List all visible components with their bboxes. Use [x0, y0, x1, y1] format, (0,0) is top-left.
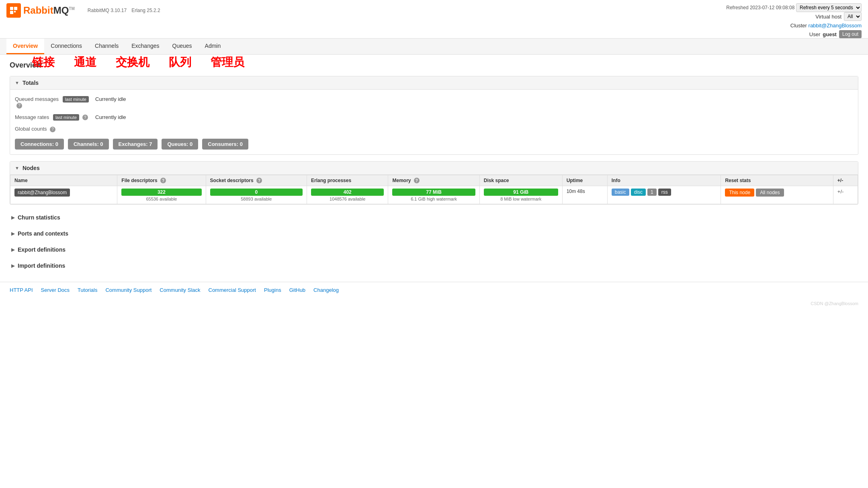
message-rates-help[interactable]: ? [82, 115, 88, 120]
footer-link-community-slack[interactable]: Community Slack [160, 287, 200, 293]
all-nodes-button[interactable]: All nodes [756, 189, 784, 197]
export-header[interactable]: ▶ Export definitions [10, 243, 858, 256]
socket-desc-bar: 0 [210, 189, 303, 196]
logo-mq-text: MQ [53, 5, 69, 16]
socket-desc-sub: 58893 available [210, 197, 303, 201]
logout-button[interactable]: Log out [839, 30, 862, 38]
erlang-proc-bar: 402 [311, 189, 384, 196]
tab-queues[interactable]: Queues [166, 39, 199, 54]
reset-cell: This node All nodes [721, 186, 833, 204]
last-minute-badge[interactable]: last minute [63, 96, 89, 103]
watermark: CSDN @ZhangBlossom [0, 298, 868, 309]
ports-header[interactable]: ▶ Ports and contexts [10, 227, 858, 240]
tab-overview[interactable]: Overview [6, 39, 44, 54]
counts-row: Connections: 0 Channels: 0 Exchanges: 7 … [15, 139, 853, 150]
top-right-panel: Refreshed 2023-07-12 09:08:08 Refresh ev… [726, 3, 862, 38]
svg-rect-3 [14, 11, 16, 12]
cluster-link[interactable]: rabbit@ZhangBlossom [809, 23, 862, 29]
memory-cell: 77 MiB 6.1 GiB high watermark [388, 186, 479, 204]
footer-link-plugins[interactable]: Plugins [264, 287, 281, 293]
import-header[interactable]: ▶ Import definitions [10, 259, 858, 272]
footer-link-server-docs[interactable]: Server Docs [41, 287, 70, 293]
svg-rect-0 [10, 7, 13, 10]
refresh-select[interactable]: Refresh every 5 seconds [796, 3, 862, 12]
col-erlang-proc: Erlang processes [307, 175, 388, 186]
info-badge-disc[interactable]: disc [631, 189, 646, 196]
erlang-version: Erlang 25.2.2 [131, 8, 160, 13]
col-reset: Reset stats [721, 175, 833, 186]
file-desc-bar: 322 [121, 189, 201, 196]
node-name-cell: rabbit@ZhangBlossom [10, 186, 117, 204]
disk-cell: 91 GiB 8 MiB low watermark [479, 186, 562, 204]
totals-section: ▼ Totals Queued messages last minute ? C… [10, 76, 858, 155]
nodes-section-header[interactable]: ▼ Nodes [10, 162, 858, 175]
queued-messages-status: Currently idle [95, 94, 853, 110]
file-desc-sub: 65536 available [121, 197, 201, 201]
exchanges-count[interactable]: Exchanges: 7 [113, 139, 158, 150]
logo-rabbit-text: Rabbit [23, 5, 53, 16]
import-title: Import definitions [18, 262, 65, 269]
col-socket-desc: Socket descriptors ? [206, 175, 307, 186]
main-content: Overview ▼ Totals Queued messages last m… [0, 55, 868, 282]
logo-tm: TM [69, 6, 74, 11]
uptime-cell: 10m 48s [562, 186, 607, 204]
global-counts-help[interactable]: ? [50, 127, 55, 132]
totals-toggle-icon: ▼ [15, 80, 19, 85]
nodes-table: Name File descriptors ? Socket descripto… [10, 175, 858, 205]
nodes-table-body: rabbit@ZhangBlossom 322 65536 available … [10, 186, 858, 204]
file-desc-cell: 322 65536 available [117, 186, 206, 204]
tab-channels[interactable]: Channels [88, 39, 125, 54]
plusminus-cell: +/- [833, 186, 858, 204]
footer-link-http-api[interactable]: HTTP API [10, 287, 33, 293]
col-disk: Disk space [479, 175, 562, 186]
tab-exchanges[interactable]: Exchanges [125, 39, 166, 54]
info-cell: basic disc 1 rss [607, 186, 721, 204]
footer-link-commercial-support[interactable]: Commercial Support [209, 287, 256, 293]
churn-header[interactable]: ▶ Churn statistics [10, 211, 858, 224]
col-plusminus: +/- [833, 175, 858, 186]
logo-icon [6, 3, 21, 18]
queued-messages-help[interactable]: ? [16, 103, 22, 109]
user-label: User [809, 31, 820, 37]
memory-bar: 77 MiB [392, 189, 475, 196]
col-name: Name [10, 175, 117, 186]
info-badge-rss[interactable]: rss [658, 189, 671, 196]
erlang-proc-sub: 1048576 available [311, 197, 384, 201]
connections-count[interactable]: Connections: 0 [15, 139, 64, 150]
footer-link-tutorials[interactable]: Tutorials [78, 287, 97, 293]
global-counts-value [95, 124, 853, 134]
nodes-table-head: Name File descriptors ? Socket descripto… [10, 175, 858, 186]
export-arrow: ▶ [11, 247, 14, 252]
footer-link-changelog[interactable]: Changelog [313, 287, 339, 293]
nodes-section: ▼ Nodes Name File descriptors ? Socket d… [10, 161, 858, 205]
memory-help[interactable]: ? [414, 178, 420, 183]
tab-admin[interactable]: Admin [199, 39, 227, 54]
disk-sub: 8 MiB low watermark [484, 197, 558, 201]
file-desc-help[interactable]: ? [160, 178, 166, 183]
socket-desc-help[interactable]: ? [256, 178, 262, 183]
info-badge-num[interactable]: 1 [647, 189, 657, 196]
queues-count[interactable]: Queues: 0 [162, 139, 198, 150]
churn-title: Churn statistics [18, 214, 60, 221]
this-node-button[interactable]: This node [725, 189, 754, 197]
col-uptime: Uptime [562, 175, 607, 186]
node-name-badge: rabbit@ZhangBlossom [14, 189, 70, 197]
logo: RabbitMQTM [6, 3, 75, 18]
cluster-label: Cluster [790, 23, 807, 29]
tab-connections[interactable]: Connections [44, 39, 88, 54]
info-badges: basic disc 1 rss [612, 189, 717, 196]
channels-count[interactable]: Channels: 0 [68, 139, 109, 150]
disk-bar: 91 GiB [484, 189, 558, 196]
nodes-body: Name File descriptors ? Socket descripto… [10, 175, 858, 205]
footer-link-community-support[interactable]: Community Support [105, 287, 151, 293]
virtual-host-select[interactable]: All [844, 12, 862, 21]
info-badge-basic[interactable]: basic [612, 189, 629, 196]
global-counts-label: Global counts ? [15, 124, 95, 134]
plusminus-control[interactable]: +/- [837, 189, 844, 195]
import-section: ▶ Import definitions [10, 259, 858, 272]
svg-rect-1 [14, 7, 17, 10]
totals-section-header[interactable]: ▼ Totals [10, 76, 858, 90]
message-rates-badge[interactable]: last minute [53, 114, 79, 121]
consumers-count[interactable]: Consumers: 0 [202, 139, 248, 150]
footer-link-github[interactable]: GitHub [289, 287, 305, 293]
